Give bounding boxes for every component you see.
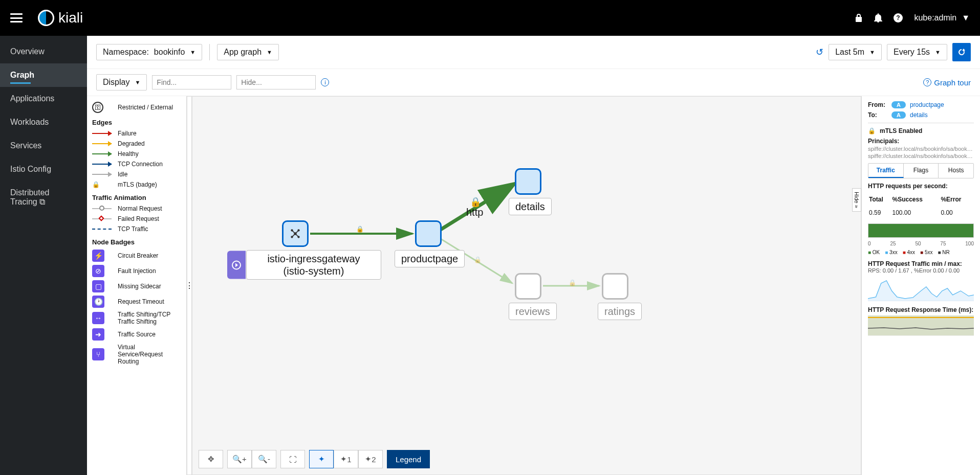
response-time-title: HTTP Request Response Time (ms): <box>868 306 974 313</box>
principals-label: Principals: <box>868 138 974 145</box>
side-panel-hide-handle[interactable]: Hide » <box>852 188 861 212</box>
find-input[interactable] <box>152 75 231 89</box>
gateway-icon <box>289 227 302 240</box>
fault-injection-icon: ⊘ <box>92 265 104 277</box>
bell-icon[interactable] <box>874 13 882 22</box>
legend-label: Traffic Shifting/TCP Traffic Shifting <box>118 311 181 325</box>
legend-label: Normal Request <box>118 205 162 212</box>
tab-traffic[interactable]: Traffic <box>868 164 904 178</box>
caret-down-icon: ▼ <box>267 49 272 55</box>
kiali-logo-icon <box>38 10 54 26</box>
node-details[interactable]: details <box>515 168 541 195</box>
sidebar: Overview Graph Applications Workloads Se… <box>0 36 87 475</box>
external-link-icon: ⧉ <box>39 197 45 206</box>
anim-tcp-icon <box>92 229 112 230</box>
sidebar-item-overview[interactable]: Overview <box>0 40 87 63</box>
username: kube:admin <box>914 13 956 22</box>
svg-line-12 <box>296 231 298 233</box>
chart-axis: 0255075100 <box>868 241 974 246</box>
legend-label: Degraded <box>118 140 145 147</box>
from-link[interactable]: productpage <box>910 101 944 108</box>
legend-label: Request Timeout <box>118 298 164 305</box>
user-menu[interactable]: kube:admin ▼ <box>914 13 970 22</box>
legend-label: Circuit Breaker <box>118 252 158 259</box>
caret-down-icon: ▼ <box>135 79 140 85</box>
rps-sparkline <box>868 276 974 301</box>
principal-value: spiffe://cluster.local/ns/bookinfo/sa/bo… <box>868 146 974 152</box>
sidebar-item-distributed-tracing[interactable]: Distributed Tracing⧉ <box>0 181 87 214</box>
node-gateway[interactable]: istio-ingressgateway (istio-system) <box>282 220 309 247</box>
layout-2-button[interactable]: ✦2 <box>358 450 383 468</box>
side-panel-tabs: Traffic Flags Hosts <box>868 163 974 178</box>
sidebar-item-services[interactable]: Services <box>0 134 87 157</box>
chart-legend: OK 3xx 4xx 5xx NR <box>868 250 974 255</box>
mtls-lock-icon: 🔒 <box>474 256 482 263</box>
legend-section-edges: Edges <box>92 119 181 126</box>
duration-selector[interactable]: Last 5m ▼ <box>829 44 882 60</box>
node-productpage[interactable]: productpage <box>415 220 442 247</box>
caret-down-icon: ▼ <box>935 49 941 55</box>
legend-label: Fault Injection <box>118 267 156 275</box>
http-table: Total%Success%Error 0.59100.000.00 <box>868 193 974 220</box>
circuit-breaker-icon: ⚡ <box>92 250 104 262</box>
to-link[interactable]: details <box>910 111 928 119</box>
history-icon[interactable]: ↺ <box>816 47 823 58</box>
drag-button[interactable]: ✥ <box>199 450 223 468</box>
arrow-idle-icon <box>92 174 112 175</box>
legend-button[interactable]: Legend <box>387 450 430 468</box>
layout-1-button[interactable]: ✦1 <box>334 450 358 468</box>
key-icon: ⚿ <box>92 102 103 113</box>
legend-label: Failure <box>118 130 137 137</box>
graph-type-selector[interactable]: App graph ▼ <box>217 44 279 60</box>
legend-label: Idle <box>118 171 127 178</box>
from-label: From: <box>868 101 887 108</box>
legend-label: Healthy <box>118 150 139 157</box>
graph-canvas[interactable]: 🔒 🔒 http 🔒 🔒 istio-ingressgateway <box>192 96 861 475</box>
app-badge: A <box>891 111 906 119</box>
tab-hosts[interactable]: Hosts <box>939 164 973 178</box>
fit-button[interactable]: ⛶ <box>280 450 305 468</box>
legend-label: Restricted / External <box>118 104 173 111</box>
legend-label: TCP Traffic <box>118 225 148 233</box>
refresh-button[interactable] <box>952 43 971 61</box>
brand-logo[interactable]: kiali <box>38 10 83 26</box>
graph-tour-button[interactable]: ? Graph tour <box>923 78 971 87</box>
tab-flags[interactable]: Flags <box>904 164 939 178</box>
svg-text:?: ? <box>897 14 900 21</box>
help-icon[interactable]: ? <box>894 13 903 22</box>
zoom-in-button[interactable]: 🔍+ <box>227 450 252 468</box>
legend-label: Virtual Service/Request Routing <box>118 344 181 365</box>
legend-collapse-handle[interactable]: ⋮ <box>187 96 192 475</box>
toolbar-primary: Namespace: bookinfo ▼ App graph ▼ ↺ Last… <box>87 36 980 69</box>
topbar: kiali ? kube:admin ▼ <box>0 0 980 36</box>
lock-icon: 🔒 <box>868 127 876 134</box>
display-selector[interactable]: Display ▼ <box>96 74 147 91</box>
sidebar-item-workloads[interactable]: Workloads <box>0 110 87 134</box>
http-requests-title: HTTP requests per second: <box>868 183 974 190</box>
caret-down-icon: ▼ <box>869 49 875 55</box>
principal-value: spiffe://cluster.local/ns/bookinfo/sa/bo… <box>868 153 974 159</box>
hamburger-menu[interactable] <box>10 13 23 22</box>
sidebar-item-applications[interactable]: Applications <box>0 87 87 110</box>
minmax-title: HTTP Request Traffic min / max: <box>868 260 974 267</box>
toolbar-secondary: Display ▼ i ? Graph tour <box>87 69 980 96</box>
response-time-sparkline <box>868 315 974 336</box>
sidebar-item-graph[interactable]: Graph <box>0 63 87 87</box>
anim-normal-icon <box>92 208 112 209</box>
app-badge: A <box>891 101 906 108</box>
node-reviews[interactable]: reviews <box>515 273 541 300</box>
lock-icon[interactable] <box>855 13 863 22</box>
zoom-out-button[interactable]: 🔍- <box>252 450 276 468</box>
legend-panel: ⚿Restricted / External Edges Failure Deg… <box>87 96 187 475</box>
anim-failed-icon <box>92 218 112 219</box>
refresh-interval-selector[interactable]: Every 15s ▼ <box>887 44 947 60</box>
layout-default-button[interactable]: ✦ <box>309 450 334 468</box>
virtual-service-icon: ⑂ <box>92 348 104 360</box>
namespace-selector[interactable]: Namespace: bookinfo ▼ <box>96 44 202 60</box>
arrow-tcp-icon <box>92 164 112 165</box>
node-ratings[interactable]: ratings <box>602 273 628 300</box>
sidebar-item-istio-config[interactable]: Istio Config <box>0 157 87 181</box>
hide-input[interactable] <box>236 75 316 89</box>
info-icon[interactable]: i <box>321 78 329 86</box>
mtls-status: mTLS Enabled <box>880 127 922 134</box>
